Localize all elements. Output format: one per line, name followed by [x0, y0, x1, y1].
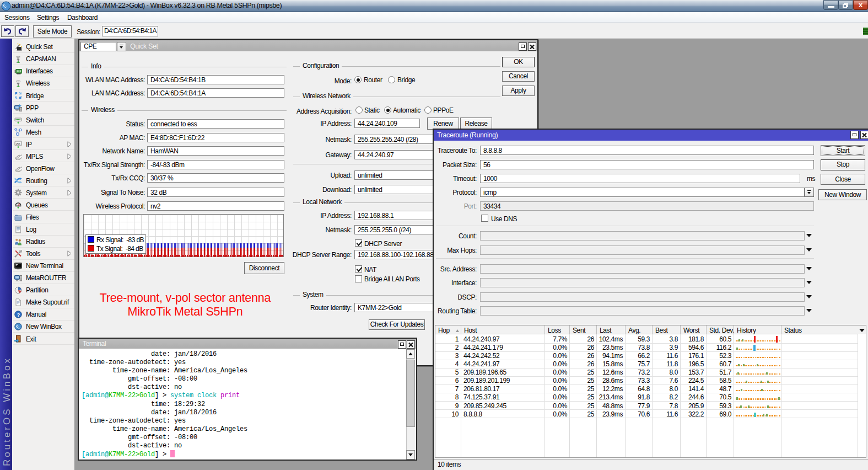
svg-text:?: ?: [17, 312, 20, 318]
svg-text:255: 255: [15, 142, 20, 146]
